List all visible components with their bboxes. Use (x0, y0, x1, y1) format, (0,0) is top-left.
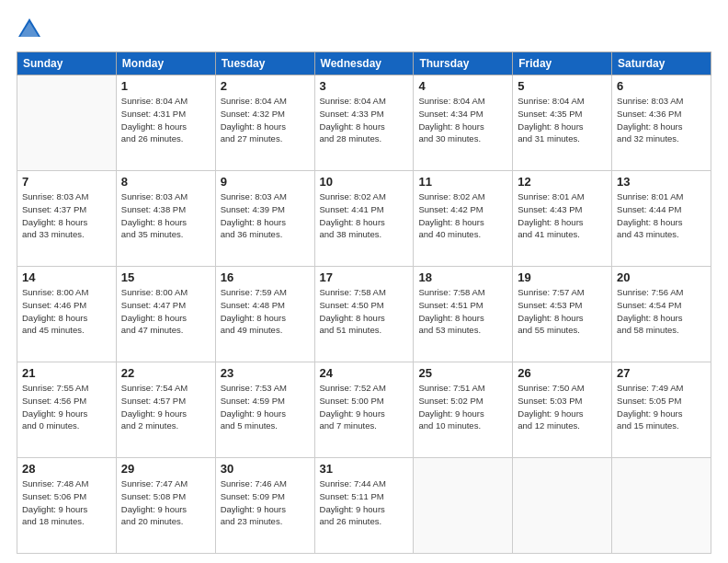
day-info: Sunrise: 8:04 AM Sunset: 4:35 PM Dayligh… (518, 95, 607, 145)
day-number: 1 (121, 79, 210, 93)
day-cell: 20Sunrise: 7:56 AM Sunset: 4:54 PM Dayli… (612, 267, 711, 362)
day-number: 12 (518, 175, 607, 189)
day-cell (612, 458, 711, 554)
day-number: 8 (121, 175, 210, 189)
day-info: Sunrise: 8:00 AM Sunset: 4:47 PM Dayligh… (121, 286, 210, 337)
day-info: Sunrise: 8:04 AM Sunset: 4:31 PM Dayligh… (121, 95, 210, 145)
day-number: 30 (221, 462, 310, 476)
week-row-1: 1Sunrise: 8:04 AM Sunset: 4:31 PM Daylig… (17, 75, 711, 171)
day-number: 31 (320, 462, 409, 476)
day-info: Sunrise: 7:58 AM Sunset: 4:50 PM Dayligh… (320, 286, 409, 337)
day-info: Sunrise: 7:46 AM Sunset: 5:09 PM Dayligh… (221, 477, 310, 528)
day-number: 27 (617, 366, 706, 380)
week-row-4: 21Sunrise: 7:55 AM Sunset: 4:56 PM Dayli… (17, 362, 711, 458)
day-number: 29 (121, 462, 210, 476)
header (17, 17, 711, 42)
day-number: 2 (221, 79, 310, 93)
day-cell: 21Sunrise: 7:55 AM Sunset: 4:56 PM Dayli… (17, 362, 117, 458)
day-number: 16 (221, 270, 310, 284)
day-info: Sunrise: 8:04 AM Sunset: 4:33 PM Dayligh… (320, 95, 409, 145)
weekday-header-friday: Friday (513, 52, 612, 75)
day-cell: 8Sunrise: 8:03 AM Sunset: 4:38 PM Daylig… (116, 171, 215, 267)
day-cell (414, 458, 513, 554)
day-number: 25 (418, 366, 507, 380)
day-cell: 27Sunrise: 7:49 AM Sunset: 5:05 PM Dayli… (612, 362, 711, 458)
weekday-header-wednesday: Wednesday (314, 52, 414, 75)
day-info: Sunrise: 7:51 AM Sunset: 5:02 PM Dayligh… (418, 382, 507, 432)
day-number: 21 (22, 366, 111, 380)
day-cell: 3Sunrise: 8:04 AM Sunset: 4:33 PM Daylig… (314, 75, 414, 171)
day-cell: 31Sunrise: 7:44 AM Sunset: 5:11 PM Dayli… (314, 458, 414, 554)
day-cell: 26Sunrise: 7:50 AM Sunset: 5:03 PM Dayli… (513, 362, 612, 458)
day-cell: 28Sunrise: 7:48 AM Sunset: 5:06 PM Dayli… (17, 458, 117, 554)
day-info: Sunrise: 7:55 AM Sunset: 4:56 PM Dayligh… (22, 382, 111, 432)
day-info: Sunrise: 8:04 AM Sunset: 4:32 PM Dayligh… (221, 95, 310, 145)
day-number: 14 (22, 270, 111, 284)
day-info: Sunrise: 7:56 AM Sunset: 4:54 PM Dayligh… (617, 286, 706, 337)
day-cell: 23Sunrise: 7:53 AM Sunset: 4:59 PM Dayli… (215, 362, 314, 458)
day-number: 10 (320, 175, 409, 189)
day-cell: 13Sunrise: 8:01 AM Sunset: 4:44 PM Dayli… (612, 171, 711, 267)
day-cell: 19Sunrise: 7:57 AM Sunset: 4:53 PM Dayli… (513, 267, 612, 362)
day-info: Sunrise: 7:53 AM Sunset: 4:59 PM Dayligh… (221, 382, 310, 432)
day-info: Sunrise: 8:04 AM Sunset: 4:34 PM Dayligh… (418, 95, 507, 145)
day-info: Sunrise: 7:48 AM Sunset: 5:06 PM Dayligh… (22, 477, 111, 528)
day-info: Sunrise: 7:58 AM Sunset: 4:51 PM Dayligh… (418, 286, 507, 337)
day-number: 5 (518, 79, 607, 93)
day-cell: 30Sunrise: 7:46 AM Sunset: 5:09 PM Dayli… (215, 458, 314, 554)
day-cell (513, 458, 612, 554)
logo-icon (17, 17, 42, 42)
day-cell: 2Sunrise: 8:04 AM Sunset: 4:32 PM Daylig… (215, 75, 314, 171)
day-cell: 4Sunrise: 8:04 AM Sunset: 4:34 PM Daylig… (414, 75, 513, 171)
day-cell: 11Sunrise: 8:02 AM Sunset: 4:42 PM Dayli… (414, 171, 513, 267)
week-row-2: 7Sunrise: 8:03 AM Sunset: 4:37 PM Daylig… (17, 171, 711, 267)
weekday-header-monday: Monday (116, 52, 215, 75)
day-info: Sunrise: 7:47 AM Sunset: 5:08 PM Dayligh… (121, 477, 210, 528)
day-cell: 10Sunrise: 8:02 AM Sunset: 4:41 PM Dayli… (314, 171, 414, 267)
day-info: Sunrise: 8:03 AM Sunset: 4:39 PM Dayligh… (221, 190, 310, 241)
day-cell: 14Sunrise: 8:00 AM Sunset: 4:46 PM Dayli… (17, 267, 117, 362)
day-info: Sunrise: 8:00 AM Sunset: 4:46 PM Dayligh… (22, 286, 111, 337)
day-info: Sunrise: 8:03 AM Sunset: 4:37 PM Dayligh… (22, 190, 111, 241)
day-cell: 16Sunrise: 7:59 AM Sunset: 4:48 PM Dayli… (215, 267, 314, 362)
day-info: Sunrise: 8:01 AM Sunset: 4:43 PM Dayligh… (518, 190, 607, 241)
day-info: Sunrise: 8:02 AM Sunset: 4:41 PM Dayligh… (320, 190, 409, 241)
day-cell: 17Sunrise: 7:58 AM Sunset: 4:50 PM Dayli… (314, 267, 414, 362)
day-number: 22 (121, 366, 210, 380)
day-number: 15 (121, 270, 210, 284)
weekday-header-row: SundayMondayTuesdayWednesdayThursdayFrid… (17, 52, 711, 75)
day-number: 11 (418, 175, 507, 189)
week-row-3: 14Sunrise: 8:00 AM Sunset: 4:46 PM Dayli… (17, 267, 711, 362)
day-info: Sunrise: 8:01 AM Sunset: 4:44 PM Dayligh… (617, 190, 706, 241)
day-cell: 12Sunrise: 8:01 AM Sunset: 4:43 PM Dayli… (513, 171, 612, 267)
day-cell: 22Sunrise: 7:54 AM Sunset: 4:57 PM Dayli… (116, 362, 215, 458)
day-number: 13 (617, 175, 706, 189)
day-info: Sunrise: 7:50 AM Sunset: 5:03 PM Dayligh… (518, 382, 607, 432)
day-cell: 29Sunrise: 7:47 AM Sunset: 5:08 PM Dayli… (116, 458, 215, 554)
day-number: 20 (617, 270, 706, 284)
day-cell: 18Sunrise: 7:58 AM Sunset: 4:51 PM Dayli… (414, 267, 513, 362)
day-info: Sunrise: 8:02 AM Sunset: 4:42 PM Dayligh… (418, 190, 507, 241)
week-row-5: 28Sunrise: 7:48 AM Sunset: 5:06 PM Dayli… (17, 458, 711, 554)
day-info: Sunrise: 8:03 AM Sunset: 4:36 PM Dayligh… (617, 95, 706, 145)
day-number: 24 (320, 366, 409, 380)
weekday-header-thursday: Thursday (414, 52, 513, 75)
day-cell: 15Sunrise: 8:00 AM Sunset: 4:47 PM Dayli… (116, 267, 215, 362)
day-info: Sunrise: 7:49 AM Sunset: 5:05 PM Dayligh… (617, 382, 706, 432)
day-info: Sunrise: 7:52 AM Sunset: 5:00 PM Dayligh… (320, 382, 409, 432)
day-number: 23 (221, 366, 310, 380)
day-cell: 5Sunrise: 8:04 AM Sunset: 4:35 PM Daylig… (513, 75, 612, 171)
weekday-header-sunday: Sunday (17, 52, 117, 75)
weekday-header-tuesday: Tuesday (215, 52, 314, 75)
day-cell: 1Sunrise: 8:04 AM Sunset: 4:31 PM Daylig… (116, 75, 215, 171)
day-info: Sunrise: 7:54 AM Sunset: 4:57 PM Dayligh… (121, 382, 210, 432)
day-cell: 25Sunrise: 7:51 AM Sunset: 5:02 PM Dayli… (414, 362, 513, 458)
day-info: Sunrise: 7:57 AM Sunset: 4:53 PM Dayligh… (518, 286, 607, 337)
day-cell: 6Sunrise: 8:03 AM Sunset: 4:36 PM Daylig… (612, 75, 711, 171)
day-info: Sunrise: 8:03 AM Sunset: 4:38 PM Dayligh… (121, 190, 210, 241)
day-cell (17, 75, 117, 171)
page: SundayMondayTuesdayWednesdayThursdayFrid… (0, 0, 728, 563)
day-cell: 9Sunrise: 8:03 AM Sunset: 4:39 PM Daylig… (215, 171, 314, 267)
weekday-header-saturday: Saturday (612, 52, 711, 75)
day-info: Sunrise: 7:44 AM Sunset: 5:11 PM Dayligh… (320, 477, 409, 528)
